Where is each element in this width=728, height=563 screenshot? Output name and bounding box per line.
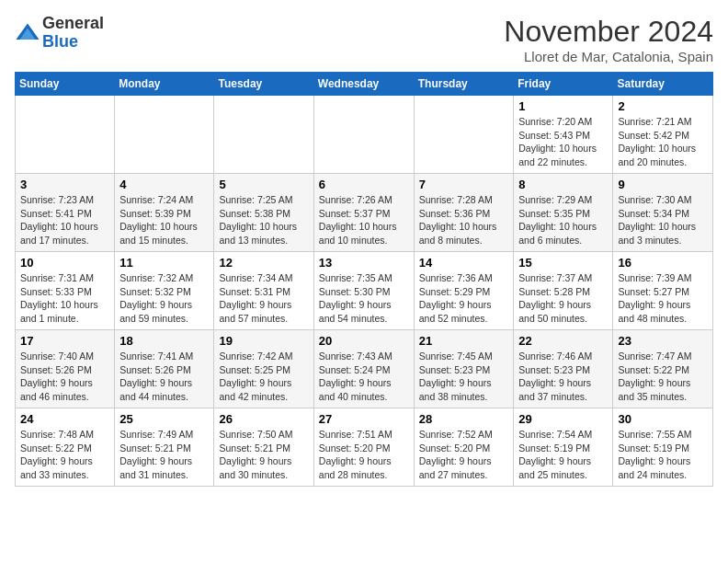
- calendar-cell: 6Sunrise: 7:26 AM Sunset: 5:37 PM Daylig…: [313, 174, 414, 252]
- calendar-body: 1Sunrise: 7:20 AM Sunset: 5:43 PM Daylig…: [16, 96, 713, 487]
- weekday-header: Sunday: [16, 73, 115, 96]
- day-number: 16: [618, 256, 708, 270]
- day-number: 13: [319, 256, 409, 270]
- day-info: Sunrise: 7:34 AM Sunset: 5:31 PM Dayligh…: [219, 271, 308, 326]
- calendar-cell: 27Sunrise: 7:51 AM Sunset: 5:20 PM Dayli…: [313, 408, 414, 487]
- calendar-cell: 29Sunrise: 7:54 AM Sunset: 5:19 PM Dayli…: [514, 408, 613, 487]
- day-info: Sunrise: 7:32 AM Sunset: 5:32 PM Dayligh…: [119, 271, 209, 326]
- calendar-week-row: 17Sunrise: 7:40 AM Sunset: 5:26 PM Dayli…: [16, 330, 713, 408]
- month-title: November 2024: [504, 15, 713, 49]
- day-number: 6: [319, 178, 409, 191]
- calendar-cell: 24Sunrise: 7:48 AM Sunset: 5:22 PM Dayli…: [16, 408, 115, 487]
- day-info: Sunrise: 7:36 AM Sunset: 5:29 PM Dayligh…: [419, 271, 509, 326]
- day-number: 17: [20, 334, 109, 348]
- day-info: Sunrise: 7:47 AM Sunset: 5:22 PM Dayligh…: [618, 350, 708, 404]
- day-info: Sunrise: 7:50 AM Sunset: 5:21 PM Dayligh…: [219, 428, 308, 482]
- day-number: 24: [20, 412, 109, 426]
- day-number: 22: [518, 334, 608, 348]
- day-number: 26: [219, 412, 308, 426]
- day-number: 1: [518, 99, 608, 113]
- calendar-cell: 26Sunrise: 7:50 AM Sunset: 5:21 PM Dayli…: [214, 408, 313, 487]
- day-info: Sunrise: 7:31 AM Sunset: 5:33 PM Dayligh…: [20, 271, 109, 326]
- day-number: 12: [219, 256, 308, 270]
- calendar-cell: 7Sunrise: 7:28 AM Sunset: 5:36 PM Daylig…: [414, 174, 514, 252]
- calendar-cell: 4Sunrise: 7:24 AM Sunset: 5:39 PM Daylig…: [115, 174, 214, 252]
- day-number: 10: [20, 256, 109, 270]
- day-info: Sunrise: 7:29 AM Sunset: 5:35 PM Dayligh…: [518, 193, 608, 247]
- day-number: 20: [319, 334, 409, 348]
- calendar-cell: 3Sunrise: 7:23 AM Sunset: 5:41 PM Daylig…: [16, 174, 115, 252]
- title-block: November 2024 Lloret de Mar, Catalonia, …: [504, 15, 713, 64]
- day-number: 23: [618, 334, 708, 348]
- day-number: 2: [618, 99, 708, 113]
- day-number: 29: [518, 412, 608, 426]
- day-number: 14: [419, 256, 509, 270]
- calendar-cell: 11Sunrise: 7:32 AM Sunset: 5:32 PM Dayli…: [115, 252, 214, 330]
- calendar-cell: 14Sunrise: 7:36 AM Sunset: 5:29 PM Dayli…: [414, 252, 514, 330]
- weekday-header: Tuesday: [214, 73, 313, 96]
- calendar-week-row: 3Sunrise: 7:23 AM Sunset: 5:41 PM Daylig…: [16, 174, 713, 252]
- calendar-cell: [214, 96, 313, 174]
- calendar-week-row: 1Sunrise: 7:20 AM Sunset: 5:43 PM Daylig…: [16, 96, 713, 174]
- day-info: Sunrise: 7:37 AM Sunset: 5:28 PM Dayligh…: [518, 271, 608, 326]
- day-number: 9: [618, 178, 708, 191]
- calendar-header: SundayMondayTuesdayWednesdayThursdayFrid…: [16, 73, 713, 96]
- calendar-cell: 1Sunrise: 7:20 AM Sunset: 5:43 PM Daylig…: [514, 96, 613, 174]
- day-number: 27: [319, 412, 409, 426]
- calendar-cell: 30Sunrise: 7:55 AM Sunset: 5:19 PM Dayli…: [613, 408, 713, 487]
- day-number: 30: [618, 412, 708, 426]
- calendar-cell: 23Sunrise: 7:47 AM Sunset: 5:22 PM Dayli…: [613, 330, 713, 408]
- day-info: Sunrise: 7:26 AM Sunset: 5:37 PM Dayligh…: [319, 193, 409, 247]
- weekday-header: Wednesday: [313, 73, 414, 96]
- calendar-cell: 15Sunrise: 7:37 AM Sunset: 5:28 PM Dayli…: [514, 252, 613, 330]
- day-number: 21: [419, 334, 509, 348]
- calendar-cell: 25Sunrise: 7:49 AM Sunset: 5:21 PM Dayli…: [115, 408, 214, 487]
- day-number: 25: [119, 412, 209, 426]
- calendar-cell: 13Sunrise: 7:35 AM Sunset: 5:30 PM Dayli…: [313, 252, 414, 330]
- day-info: Sunrise: 7:23 AM Sunset: 5:41 PM Dayligh…: [20, 193, 109, 247]
- calendar-cell: 12Sunrise: 7:34 AM Sunset: 5:31 PM Dayli…: [214, 252, 313, 330]
- day-info: Sunrise: 7:46 AM Sunset: 5:23 PM Dayligh…: [518, 350, 608, 404]
- page-header: General Blue November 2024 Lloret de Mar…: [15, 15, 713, 64]
- calendar-cell: 9Sunrise: 7:30 AM Sunset: 5:34 PM Daylig…: [613, 174, 713, 252]
- day-number: 28: [419, 412, 509, 426]
- calendar-table: SundayMondayTuesdayWednesdayThursdayFrid…: [15, 72, 713, 487]
- calendar-cell: [16, 96, 115, 174]
- weekday-header-row: SundayMondayTuesdayWednesdayThursdayFrid…: [16, 73, 713, 96]
- weekday-header: Thursday: [414, 73, 514, 96]
- day-info: Sunrise: 7:54 AM Sunset: 5:19 PM Dayligh…: [518, 428, 608, 482]
- weekday-header: Monday: [115, 73, 214, 96]
- logo-icon: [15, 20, 40, 46]
- day-number: 7: [419, 178, 509, 191]
- calendar-cell: 8Sunrise: 7:29 AM Sunset: 5:35 PM Daylig…: [514, 174, 613, 252]
- day-number: 15: [518, 256, 608, 270]
- day-info: Sunrise: 7:45 AM Sunset: 5:23 PM Dayligh…: [419, 350, 509, 404]
- day-info: Sunrise: 7:41 AM Sunset: 5:26 PM Dayligh…: [119, 350, 209, 404]
- location-subtitle: Lloret de Mar, Catalonia, Spain: [504, 49, 713, 64]
- calendar-cell: 19Sunrise: 7:42 AM Sunset: 5:25 PM Dayli…: [214, 330, 313, 408]
- day-number: 5: [219, 178, 308, 191]
- day-info: Sunrise: 7:20 AM Sunset: 5:43 PM Dayligh…: [518, 115, 608, 169]
- calendar-week-row: 24Sunrise: 7:48 AM Sunset: 5:22 PM Dayli…: [16, 408, 713, 487]
- calendar-cell: 5Sunrise: 7:25 AM Sunset: 5:38 PM Daylig…: [214, 174, 313, 252]
- calendar-cell: 20Sunrise: 7:43 AM Sunset: 5:24 PM Dayli…: [313, 330, 414, 408]
- day-info: Sunrise: 7:55 AM Sunset: 5:19 PM Dayligh…: [618, 428, 708, 482]
- day-info: Sunrise: 7:30 AM Sunset: 5:34 PM Dayligh…: [618, 193, 708, 247]
- logo-text: General Blue: [42, 15, 104, 52]
- day-info: Sunrise: 7:52 AM Sunset: 5:20 PM Dayligh…: [419, 428, 509, 482]
- weekday-header: Friday: [514, 73, 613, 96]
- calendar-cell: 2Sunrise: 7:21 AM Sunset: 5:42 PM Daylig…: [613, 96, 713, 174]
- day-info: Sunrise: 7:43 AM Sunset: 5:24 PM Dayligh…: [319, 350, 409, 404]
- day-number: 3: [20, 178, 109, 191]
- day-number: 4: [119, 178, 209, 191]
- calendar-cell: [414, 96, 514, 174]
- day-info: Sunrise: 7:51 AM Sunset: 5:20 PM Dayligh…: [319, 428, 409, 482]
- day-info: Sunrise: 7:28 AM Sunset: 5:36 PM Dayligh…: [419, 193, 509, 247]
- calendar-week-row: 10Sunrise: 7:31 AM Sunset: 5:33 PM Dayli…: [16, 252, 713, 330]
- calendar-cell: [313, 96, 414, 174]
- day-info: Sunrise: 7:39 AM Sunset: 5:27 PM Dayligh…: [618, 271, 708, 326]
- calendar-cell: 16Sunrise: 7:39 AM Sunset: 5:27 PM Dayli…: [613, 252, 713, 330]
- day-info: Sunrise: 7:35 AM Sunset: 5:30 PM Dayligh…: [319, 271, 409, 326]
- logo: General Blue: [15, 15, 104, 52]
- calendar-cell: [115, 96, 214, 174]
